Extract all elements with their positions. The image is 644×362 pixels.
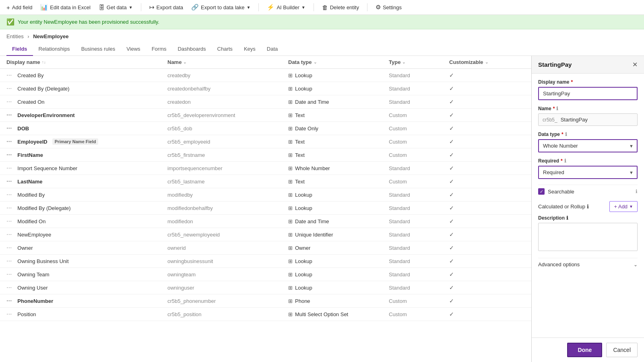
description-textarea[interactable] xyxy=(538,223,638,251)
data-type-icon: ⊞ xyxy=(288,152,293,158)
sort-icon: ↑↓ xyxy=(42,60,46,64)
cell-name: cr5b5_firstname xyxy=(167,152,288,158)
cell-type: Standard xyxy=(389,165,449,171)
close-icon[interactable]: ✕ xyxy=(632,61,638,68)
info-icon[interactable]: ℹ xyxy=(564,158,566,164)
info-icon[interactable]: ℹ xyxy=(566,215,568,221)
row-menu-icon[interactable]: ··· xyxy=(6,218,12,225)
cell-data-type: ⊞ Lookup xyxy=(288,86,389,92)
export-lake-button[interactable]: 🔗 Export to data lake ▼ xyxy=(191,4,250,11)
dropdown-chevron: ▼ xyxy=(129,5,133,10)
row-menu-icon[interactable]: ··· xyxy=(6,271,12,278)
cell-display-name: ··· Owning Business Unit xyxy=(6,257,167,265)
tab-fields[interactable]: Fields xyxy=(6,43,33,56)
info-icon[interactable]: ℹ xyxy=(556,106,558,111)
breadcrumb-current: NewEmployee xyxy=(33,33,68,39)
cell-type: Standard xyxy=(389,245,449,251)
row-menu-icon[interactable]: ··· xyxy=(6,284,12,291)
table-row[interactable]: ··· Owning Business Unit owningbusinessu… xyxy=(0,255,531,268)
cell-customizable: ✓ xyxy=(449,271,510,278)
cell-name: createdon xyxy=(167,99,288,105)
cancel-button[interactable]: Cancel xyxy=(606,343,638,357)
col-customizable[interactable]: Customizable ⌄ xyxy=(449,59,510,65)
info-icon[interactable]: ℹ xyxy=(565,132,567,137)
row-menu-icon[interactable]: ··· xyxy=(6,85,12,92)
tab-dashboards[interactable]: Dashboards xyxy=(172,43,211,56)
table-row[interactable]: ··· Modified By (Delegate) modifiedonbeh… xyxy=(0,202,531,215)
row-menu-icon[interactable]: ··· xyxy=(6,125,12,132)
table-row[interactable]: ··· Owner ownerid ⊞ Owner Standard ✓ xyxy=(0,241,531,255)
searchable-label: Searchable xyxy=(548,189,574,195)
col-type[interactable]: Type ⌄ xyxy=(389,59,449,65)
searchable-checkbox[interactable] xyxy=(538,188,545,195)
table-row[interactable]: ··· Owning User owninguser ⊞ Lookup Stan… xyxy=(0,281,531,294)
row-menu-icon[interactable]: ··· xyxy=(6,204,12,212)
breadcrumb-sep: › xyxy=(27,33,29,39)
col-display-name[interactable]: Display name ↑↓ xyxy=(6,59,167,65)
display-name-cell: Owning User xyxy=(17,285,47,291)
info-icon[interactable]: ℹ xyxy=(587,204,589,210)
table-row[interactable]: ··· Modified On modifiedon ⊞ Date and Ti… xyxy=(0,215,531,228)
cell-data-type: ⊞ Text xyxy=(288,112,389,118)
row-menu-icon[interactable]: ··· xyxy=(6,111,12,119)
cell-name: cr5b5_phonenumber xyxy=(167,298,288,304)
tab-charts[interactable]: Charts xyxy=(212,43,238,56)
tab-business-rules[interactable]: Business rules xyxy=(76,43,121,56)
row-menu-icon[interactable]: ··· xyxy=(6,178,12,185)
cell-type: Custom xyxy=(389,125,449,132)
required-select[interactable]: Required Optional xyxy=(538,166,638,179)
ai-builder-button[interactable]: ⚡ AI Builder ▼ xyxy=(267,4,305,11)
get-data-button[interactable]: 🗄 Get data ▼ xyxy=(99,4,133,11)
row-menu-icon[interactable]: ··· xyxy=(6,138,12,145)
display-name-cell: Created By xyxy=(17,72,43,78)
row-menu-icon[interactable]: ··· xyxy=(6,165,12,172)
add-field-button[interactable]: + Add field xyxy=(6,4,32,11)
tab-data[interactable]: Data xyxy=(261,43,283,56)
table-row[interactable]: ··· DeveloperEnvironment cr5b5_developer… xyxy=(0,109,531,122)
name-value: StartingPay xyxy=(561,117,588,123)
row-menu-icon[interactable]: ··· xyxy=(6,231,12,238)
row-menu-icon[interactable]: ··· xyxy=(6,257,12,265)
table-row[interactable]: ··· PhoneNumber cr5b5_phonenumber ⊞ Phon… xyxy=(0,294,531,308)
cell-customizable: ✓ xyxy=(449,99,510,105)
add-calc-button[interactable]: + Add ▼ xyxy=(609,201,638,212)
table-row[interactable]: ··· Created By createdby ⊞ Lookup Standa… xyxy=(0,69,531,82)
tab-forms[interactable]: Forms xyxy=(146,43,172,56)
table-row[interactable]: ··· Owning Team owningteam ⊞ Lookup Stan… xyxy=(0,268,531,281)
table-row[interactable]: ··· Position cr5b5_position ⊞ Multi Sele… xyxy=(0,308,531,321)
data-type-select[interactable]: Whole Number Text Date Only Date and Tim… xyxy=(538,139,638,152)
export-icon: ↦ xyxy=(149,4,155,11)
col-name[interactable]: Name ⌄ xyxy=(167,59,288,65)
table-row[interactable]: ··· DOB cr5b5_dob ⊞ Date Only Custom ✓ xyxy=(0,122,531,135)
row-menu-icon[interactable]: ··· xyxy=(6,151,12,158)
table-row[interactable]: ··· Created By (Delegate) createdonbehal… xyxy=(0,82,531,95)
row-menu-icon[interactable]: ··· xyxy=(6,98,12,105)
delete-entity-button[interactable]: 🗑 Delete entity xyxy=(322,4,359,11)
display-name-input[interactable] xyxy=(538,87,638,100)
tab-views[interactable]: Views xyxy=(121,43,146,56)
row-menu-icon[interactable]: ··· xyxy=(6,297,12,304)
done-button[interactable]: Done xyxy=(567,343,602,357)
row-menu-icon[interactable]: ··· xyxy=(6,244,12,251)
table-row[interactable]: ··· FirstName cr5b5_firstname ⊞ Text Cus… xyxy=(0,148,531,162)
row-menu-icon[interactable]: ··· xyxy=(6,72,12,79)
edit-excel-button[interactable]: 📊 Edit data in Excel xyxy=(40,4,90,11)
export-data-button[interactable]: ↦ Export data xyxy=(149,4,184,11)
tab-keys[interactable]: Keys xyxy=(238,43,261,56)
table-row[interactable]: ··· Modified By modifiedby ⊞ Lookup Stan… xyxy=(0,188,531,202)
advanced-options-row[interactable]: Advanced options ⌄ xyxy=(538,258,638,271)
breadcrumb-root[interactable]: Entities xyxy=(6,33,24,39)
table-row[interactable]: ··· NewEmployee cr5b5_newemployeeid ⊞ Un… xyxy=(0,228,531,241)
table-row[interactable]: ··· Created On createdon ⊞ Date and Time… xyxy=(0,95,531,109)
lake-icon: 🔗 xyxy=(191,4,199,11)
row-menu-icon[interactable]: ··· xyxy=(6,191,12,198)
tab-relationships[interactable]: Relationships xyxy=(33,43,76,56)
row-menu-icon[interactable]: ··· xyxy=(6,311,12,318)
settings-button[interactable]: ⚙ Settings xyxy=(376,4,402,11)
col-data-type[interactable]: Data type ⌄ xyxy=(288,59,389,65)
searchable-info-icon[interactable]: ℹ xyxy=(636,189,638,194)
table-row[interactable]: ··· EmployeeID Primary Name Field cr5b5_… xyxy=(0,135,531,148)
table-row[interactable]: ··· LastName cr5b5_lastname ⊞ Text Custo… xyxy=(0,175,531,188)
excel-icon: 📊 xyxy=(40,4,48,11)
table-row[interactable]: ··· Import Sequence Number importsequenc… xyxy=(0,162,531,175)
